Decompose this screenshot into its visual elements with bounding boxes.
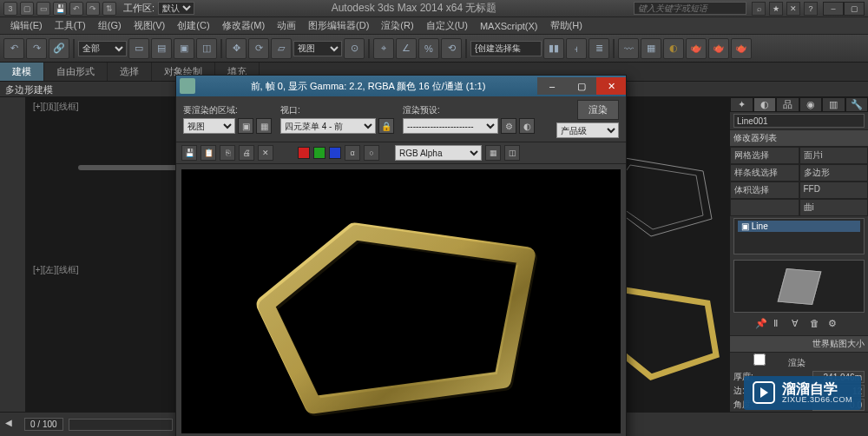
- grid-cell[interactable]: 体积选择: [730, 182, 799, 199]
- stack-item-line[interactable]: ▣ Line: [738, 221, 860, 232]
- align-button[interactable]: ⫞: [566, 38, 587, 59]
- env-icon[interactable]: ◐: [519, 118, 535, 134]
- unique-icon[interactable]: ∀: [792, 318, 807, 334]
- menu-view[interactable]: 视图(V): [128, 17, 171, 34]
- render-area-dropdown[interactable]: 视图: [183, 118, 235, 134]
- menu-animation[interactable]: 动画: [272, 17, 301, 34]
- layers-button[interactable]: ≣: [589, 38, 609, 59]
- render-mode-dropdown[interactable]: 产品级: [556, 122, 619, 138]
- tab-selection[interactable]: 选择: [108, 63, 152, 81]
- maximize-button[interactable]: ▢: [844, 2, 865, 16]
- spinner-snap-button[interactable]: ⟲: [441, 38, 462, 59]
- object-name-input[interactable]: [733, 114, 865, 128]
- green-channel-toggle[interactable]: [313, 147, 326, 159]
- render-checkbox[interactable]: [733, 353, 786, 366]
- time-slider[interactable]: [69, 419, 173, 431]
- grid-cell[interactable]: 面片i: [799, 147, 869, 164]
- help-icon[interactable]: ?: [804, 2, 818, 16]
- workspace-dropdown[interactable]: 默认: [158, 2, 194, 15]
- viewport-label-top[interactable]: [+][顶][线框]: [30, 99, 82, 115]
- render-button[interactable]: 🫖: [731, 38, 752, 59]
- schematic-button[interactable]: ▦: [641, 38, 661, 59]
- menu-help[interactable]: 帮助(H): [545, 17, 588, 34]
- material-editor-button[interactable]: ◐: [663, 38, 684, 59]
- signin-icon[interactable]: ⌕: [752, 2, 766, 16]
- modifier-list-header[interactable]: 修改器列表: [730, 129, 868, 147]
- rotate-button[interactable]: ⟳: [248, 38, 269, 59]
- clone-icon[interactable]: ⎘: [220, 145, 235, 161]
- help-search-input[interactable]: [634, 2, 746, 15]
- render-viewport-dropdown[interactable]: 四元菜单 4 - 前: [280, 118, 376, 134]
- favorite-icon[interactable]: ★: [769, 2, 783, 16]
- pin-stack-icon[interactable]: 📌: [755, 318, 771, 334]
- select-rect-button[interactable]: ▣: [174, 38, 194, 59]
- red-channel-toggle[interactable]: [298, 147, 310, 159]
- open-icon[interactable]: ▭: [36, 2, 50, 16]
- percent-snap-button[interactable]: %: [418, 38, 439, 59]
- app-icon[interactable]: 3: [3, 2, 17, 16]
- select-window-button[interactable]: ◫: [196, 38, 217, 59]
- clear-icon[interactable]: ✕: [258, 145, 273, 161]
- viewport-label-left[interactable]: [+][左][线框]: [30, 262, 82, 278]
- mirror-button[interactable]: ▮▮: [543, 38, 564, 59]
- tab-display-icon[interactable]: ▥: [822, 97, 845, 112]
- render-button[interactable]: 渲染: [577, 100, 619, 120]
- curve-editor-button[interactable]: 〰: [618, 38, 639, 59]
- channel-dropdown[interactable]: RGB Alpha: [395, 145, 482, 161]
- rollout-worldmap[interactable]: 世界贴图大小: [730, 335, 868, 353]
- render-preset-dropdown[interactable]: -----------------------: [403, 118, 498, 134]
- menu-maxscript[interactable]: MAXScript(X): [475, 19, 543, 33]
- auto-region-icon[interactable]: ▦: [256, 118, 272, 134]
- tab-hierarchy-icon[interactable]: 品: [776, 97, 799, 112]
- toggle-ui-icon[interactable]: ◫: [504, 145, 520, 161]
- refcoord-dropdown[interactable]: 视图: [293, 41, 342, 56]
- track-bar-stub[interactable]: [78, 165, 182, 170]
- render-minimize-button[interactable]: –: [537, 77, 567, 95]
- show-end-icon[interactable]: Ⅱ: [773, 318, 789, 334]
- grid-cell[interactable]: FFD: [799, 182, 869, 199]
- move-button[interactable]: ✥: [226, 38, 247, 59]
- overlay-icon[interactable]: ▦: [485, 145, 501, 161]
- render-setup-icon[interactable]: ⚙: [501, 118, 516, 134]
- modifier-stack[interactable]: ▣ Line: [733, 218, 865, 254]
- render-close-button[interactable]: ✕: [596, 77, 626, 95]
- render-setup-button[interactable]: 🫖: [686, 38, 707, 59]
- link-icon[interactable]: ⇅: [102, 2, 116, 16]
- grid-cell[interactable]: 多边形: [799, 164, 869, 182]
- undo-icon[interactable]: ↶: [69, 2, 83, 16]
- redo-icon[interactable]: ↷: [86, 2, 100, 16]
- minimize-button[interactable]: –: [823, 2, 844, 16]
- select-name-button[interactable]: ▤: [151, 38, 172, 59]
- menu-edit[interactable]: 编辑(E): [5, 17, 48, 34]
- frame-indicator[interactable]: 0 / 100: [24, 418, 63, 431]
- menu-customize[interactable]: 自定义(U): [421, 17, 473, 34]
- save-icon[interactable]: 💾: [53, 2, 67, 16]
- render-canvas[interactable]: [181, 169, 621, 433]
- render-frame-button[interactable]: 🫖: [708, 38, 729, 59]
- alpha-channel-icon[interactable]: α: [345, 145, 360, 161]
- configure-icon[interactable]: ⚙: [828, 318, 844, 334]
- menu-graph[interactable]: 图形编辑器(D): [303, 17, 374, 34]
- tab-modify-icon[interactable]: ◐: [753, 97, 777, 112]
- redo-button[interactable]: ↷: [26, 38, 47, 59]
- link-button[interactable]: 🔗: [49, 38, 69, 59]
- grid-cell[interactable]: [730, 199, 799, 216]
- selection-filter-dropdown[interactable]: 全部: [78, 41, 127, 56]
- tab-motion-icon[interactable]: ◉: [799, 97, 823, 112]
- menu-modifier[interactable]: 修改器(M): [217, 17, 271, 34]
- render-checkbox-label[interactable]: 渲染: [733, 353, 806, 369]
- menu-create[interactable]: 创建(C): [172, 17, 214, 34]
- menu-tools[interactable]: 工具(T): [49, 17, 91, 34]
- menu-group[interactable]: 组(G): [93, 17, 127, 34]
- print-icon[interactable]: 🖨: [239, 145, 254, 161]
- tab-create-icon[interactable]: ✦: [730, 97, 753, 112]
- named-selection-input[interactable]: [470, 41, 542, 56]
- remove-icon[interactable]: 🗑: [810, 318, 825, 334]
- tab-modeling[interactable]: 建模: [0, 63, 44, 81]
- scale-button[interactable]: ▱: [271, 38, 292, 59]
- render-maximize-button[interactable]: ▢: [567, 77, 596, 95]
- angle-snap-button[interactable]: ∠: [396, 38, 417, 59]
- mono-icon[interactable]: ○: [364, 145, 379, 161]
- save-image-icon[interactable]: 💾: [181, 145, 197, 161]
- lock-viewport-icon[interactable]: 🔒: [378, 118, 394, 134]
